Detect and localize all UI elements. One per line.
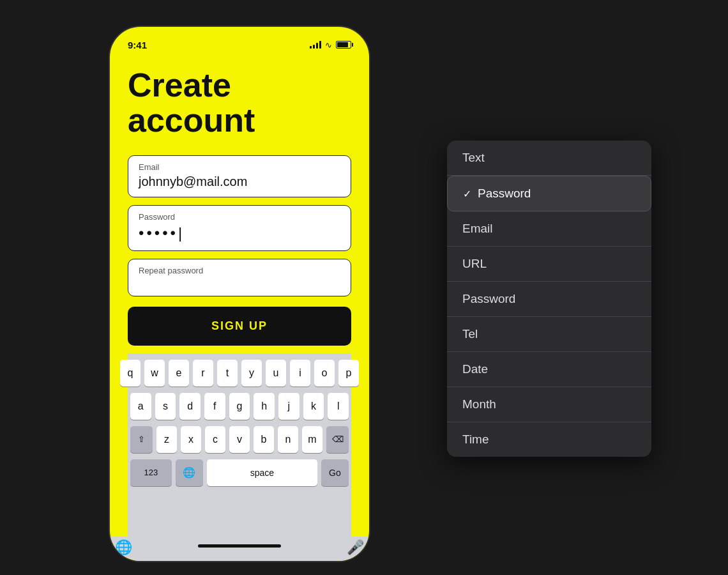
dropdown-item-url-label: URL [462, 257, 487, 271]
dropdown-item-month[interactable]: Month [447, 387, 651, 422]
key-o[interactable]: o [314, 360, 335, 387]
email-label: Email [139, 162, 340, 172]
key-y[interactable]: y [241, 360, 262, 387]
key-x[interactable]: x [181, 426, 201, 453]
key-u[interactable]: u [266, 360, 286, 387]
status-bar: 9:41 ∿ [110, 27, 369, 55]
dropdown-item-time[interactable]: Time [447, 422, 651, 457]
key-c[interactable]: c [205, 426, 225, 453]
key-n[interactable]: n [278, 426, 298, 453]
dropdown-item-url[interactable]: URL [447, 247, 651, 282]
dropdown-item-email-label: Email [462, 222, 493, 236]
dropdown-item-password-selected-label: Password [478, 187, 531, 201]
mic-icon[interactable]: 🎤 [347, 539, 364, 556]
key-globe[interactable]: 🌐 [176, 459, 203, 486]
email-value: johnnyb@mail.com [139, 174, 340, 189]
key-v[interactable]: v [229, 426, 250, 453]
key-q[interactable]: q [120, 360, 140, 387]
key-space[interactable]: space [207, 459, 317, 486]
key-r[interactable]: r [193, 360, 213, 387]
app-title: Create account [128, 68, 351, 137]
key-p[interactable]: p [338, 360, 359, 387]
dropdown-item-text[interactable]: Text [447, 141, 651, 176]
key-d[interactable]: d [179, 393, 201, 420]
key-z[interactable]: z [156, 426, 177, 453]
sign-up-button[interactable]: SIGN UP [128, 307, 351, 346]
status-time: 9:41 [128, 40, 147, 50]
phone-frame: 9:41 ∿ Create account Email [109, 26, 370, 562]
key-a[interactable]: a [130, 393, 151, 420]
key-g[interactable]: g [229, 393, 250, 420]
phone-content: Create account Email johnnyb@mail.com Pa… [110, 55, 369, 537]
check-icon: ✓ [463, 188, 471, 200]
battery-icon [336, 41, 351, 49]
password-label: Password [139, 212, 340, 222]
key-w[interactable]: w [144, 360, 165, 387]
globe-icon[interactable]: 🌐 [115, 539, 132, 556]
key-i[interactable]: i [290, 360, 310, 387]
key-delete[interactable]: ⌫ [326, 426, 349, 453]
home-indicator [198, 544, 281, 548]
key-l[interactable]: l [328, 393, 349, 420]
key-e[interactable]: e [169, 360, 189, 387]
dropdown-item-password[interactable]: Password [447, 282, 651, 317]
dropdown-item-text-label: Text [462, 151, 485, 165]
keyboard: q w e r t y u i o p a s d f g h [128, 353, 351, 537]
key-j[interactable]: j [278, 393, 300, 420]
key-s[interactable]: s [155, 393, 176, 420]
password-field[interactable]: Password ••••• [128, 205, 351, 251]
key-f[interactable]: f [204, 393, 225, 420]
dropdown-item-password-selected[interactable]: ✓ Password [447, 176, 651, 211]
repeat-password-field[interactable]: Repeat password [128, 259, 351, 296]
dropdown-item-month-label: Month [462, 397, 496, 411]
keyboard-row-1: q w e r t y u i o p [130, 360, 349, 387]
status-icons: ∿ [310, 40, 351, 50]
dropdown-item-time-label: Time [462, 433, 489, 447]
key-numbers[interactable]: 123 [130, 459, 172, 486]
repeat-label: Repeat password [139, 266, 340, 275]
keyboard-row-4: 123 🌐 space Go [130, 459, 349, 486]
dropdown-item-email[interactable]: Email [447, 211, 651, 247]
key-m[interactable]: m [302, 426, 322, 453]
dropdown-item-date[interactable]: Date [447, 352, 651, 387]
key-h[interactable]: h [254, 393, 275, 420]
wifi-icon: ∿ [325, 40, 332, 50]
scene: 9:41 ∿ Create account Email [77, 13, 651, 562]
key-b[interactable]: b [254, 426, 274, 453]
dropdown-item-tel-label: Tel [462, 327, 478, 341]
keyboard-row-3: ⇧ z x c v b n m ⌫ [130, 426, 349, 453]
keyboard-bottom: 🌐 🎤 [110, 537, 369, 561]
email-field[interactable]: Email johnnyb@mail.com [128, 155, 351, 197]
input-type-dropdown: Text ✓ Password Email URL Password Tel D… [447, 141, 651, 457]
key-shift[interactable]: ⇧ [130, 426, 153, 453]
keyboard-row-2: a s d f g h j k l [130, 393, 349, 420]
key-k[interactable]: k [303, 393, 324, 420]
dropdown-item-date-label: Date [462, 362, 488, 376]
key-go[interactable]: Go [321, 459, 349, 486]
key-t[interactable]: t [217, 360, 238, 387]
dropdown-item-tel[interactable]: Tel [447, 317, 651, 352]
signal-icon [310, 41, 321, 49]
dropdown-item-password-label: Password [462, 292, 515, 306]
password-dots: ••••• [139, 224, 340, 243]
